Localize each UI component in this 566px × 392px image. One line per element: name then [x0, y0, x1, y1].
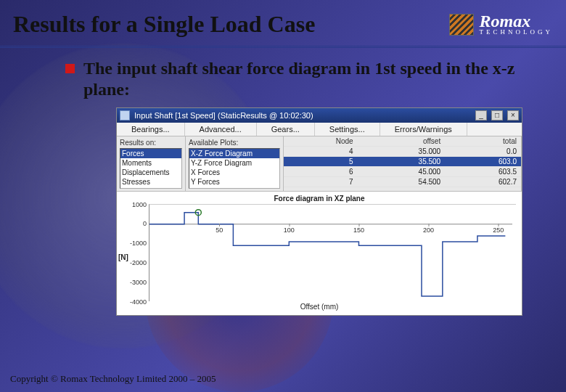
available-plots-label: Available Plots:	[189, 139, 280, 147]
list-item[interactable]: X Forces	[189, 168, 279, 177]
results-on-label: Results on:	[120, 139, 182, 147]
x-tick: 100	[284, 226, 295, 234]
y-tick: 0	[125, 220, 147, 227]
bullet-item: The input shaft shear force diagram in 1…	[65, 58, 537, 100]
maximize-button[interactable]: □	[491, 110, 503, 121]
logo-mark-icon	[449, 14, 474, 36]
slide-title: Results for a Single Load Case	[13, 11, 315, 38]
bullet-text: The input shaft shear force diagram in 1…	[83, 58, 537, 100]
chart-title: Force diagram in XZ plane	[123, 195, 516, 203]
list-item[interactable]: Y Forces	[189, 177, 279, 187]
slide-header: Results for a Single Load Case Romax TEC…	[0, 0, 566, 48]
logo-subtext: TECHNOLOGY	[480, 29, 554, 35]
x-tick: 50	[216, 226, 223, 234]
table-header: Node offset total	[284, 136, 521, 147]
th-total: total	[445, 136, 521, 147]
y-tick: -3000	[125, 279, 147, 286]
bullet-square-icon	[65, 64, 75, 73]
list-item[interactable]: Y-Z Force Diagram	[189, 158, 279, 168]
menu-errors[interactable]: Errors/Warnings	[380, 123, 467, 136]
copyright-footer: Copyright © Romax Technology Limited 200…	[10, 373, 216, 385]
table-row[interactable]: 7 54.500 602.7	[284, 176, 521, 187]
y-tick: -1000	[125, 240, 147, 247]
menu-advanced[interactable]: Advanced...	[185, 123, 257, 136]
th-offset: offset	[358, 136, 446, 147]
app-icon	[120, 110, 130, 121]
menu-settings[interactable]: Settings...	[315, 123, 380, 136]
results-listbox[interactable]: Forces Moments Displacements Stresses	[120, 148, 182, 189]
x-tick: 200	[423, 226, 434, 234]
close-button[interactable]: ×	[507, 110, 519, 121]
menu-bearings[interactable]: Bearings...	[117, 123, 185, 136]
brand-logo: Romax TECHNOLOGY	[449, 14, 554, 36]
th-node: Node	[284, 136, 358, 147]
table-row[interactable]: 4 35.000 0.0	[284, 146, 521, 156]
list-item[interactable]: X-Z Force Diagram	[189, 149, 279, 158]
logo-text: Romax	[480, 14, 554, 30]
window-titlebar[interactable]: Input Shaft [1st Speed] (StaticResults @…	[117, 108, 522, 123]
y-tick: -4000	[125, 298, 147, 306]
chart-panel: Force diagram in XZ plane [N] 10000-1000…	[117, 192, 522, 315]
table-row[interactable]: 5 35.500 603.0	[284, 156, 521, 166]
list-item[interactable]: Stresses	[120, 177, 181, 187]
x-tick: 150	[353, 226, 364, 234]
list-item[interactable]: Displacements	[120, 168, 181, 177]
chart-svg	[149, 205, 512, 302]
x-tick: 250	[493, 226, 504, 234]
list-item[interactable]: Z Forces	[189, 187, 279, 189]
table-row[interactable]: 6 45.000 603.5	[284, 166, 521, 176]
minimize-button[interactable]: _	[475, 110, 487, 121]
x-axis-label: Offset (mm)	[123, 303, 516, 311]
y-tick: 1000	[125, 201, 147, 208]
window-menubar: Bearings... Advanced... Gears... Setting…	[117, 123, 522, 136]
list-item[interactable]: Forces	[120, 149, 181, 158]
chart-plot: 10000-1000-2000-3000-400050100150200250	[149, 204, 516, 301]
list-item[interactable]: Moments	[120, 158, 181, 168]
y-tick: -2000	[125, 259, 147, 266]
window-title: Input Shaft [1st Speed] (StaticResults @…	[134, 111, 471, 120]
embedded-window: Input Shaft [1st Speed] (StaticResults @…	[116, 107, 522, 316]
node-table[interactable]: Node offset total 4 35.000 0.0 5 35.500 …	[284, 136, 521, 187]
menu-gears[interactable]: Gears...	[257, 123, 315, 136]
plots-listbox[interactable]: X-Z Force Diagram Y-Z Force Diagram X Fo…	[189, 148, 280, 189]
